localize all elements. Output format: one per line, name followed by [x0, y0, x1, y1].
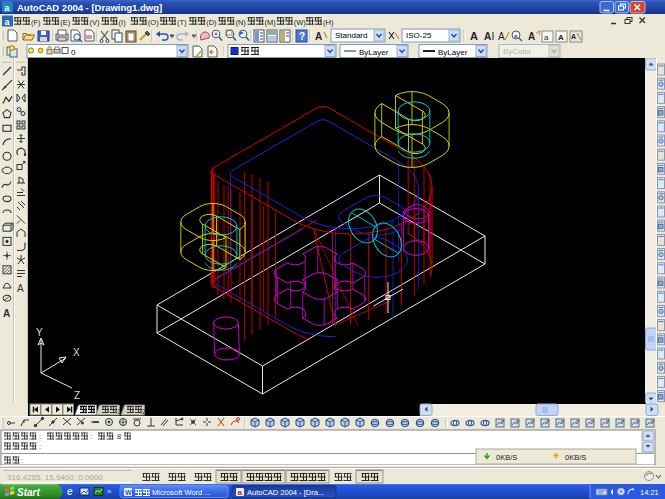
svg-text:0KB/S: 0KB/S: [565, 453, 586, 462]
svg-text:X: X: [73, 347, 80, 358]
svg-text:1: 1: [117, 408, 121, 415]
svg-text:0KB/S: 0KB/S: [496, 453, 517, 462]
svg-text:?: ?: [299, 31, 305, 42]
svg-text:AutoCAD 2004 - [Dra...: AutoCAD 2004 - [Dra...: [247, 488, 324, 497]
svg-text:Microsoft Word ...: Microsoft Word ...: [152, 488, 211, 497]
svg-text:A: A: [17, 283, 24, 294]
svg-text:ISO-25: ISO-25: [406, 31, 432, 40]
svg-text:ByLayer: ByLayer: [438, 48, 468, 57]
svg-text:A: A: [528, 31, 535, 42]
svg-text:(W): (W): [294, 18, 307, 27]
svg-text:Start: Start: [17, 487, 40, 498]
svg-text:0: 0: [71, 48, 76, 57]
svg-text:ByLayer: ByLayer: [359, 48, 389, 57]
svg-text:A: A: [558, 33, 564, 42]
svg-text::: :: [90, 432, 92, 441]
svg-text:(N): (N): [235, 18, 246, 27]
svg-text:316.4255, 15.9400, 0.0000: 316.4255, 15.9400, 0.0000: [7, 473, 103, 482]
svg-text:Y: Y: [36, 327, 43, 338]
svg-text:a: a: [544, 33, 549, 42]
svg-text:A: A: [484, 31, 491, 42]
svg-text:A: A: [498, 31, 505, 42]
svg-text:2: 2: [142, 408, 146, 415]
svg-text:(I): (I): [119, 18, 127, 27]
svg-text:(D): (D): [206, 18, 217, 27]
svg-text:(M): (M): [265, 18, 277, 27]
svg-text:(E): (E): [60, 18, 70, 27]
svg-text:A: A: [470, 30, 478, 42]
svg-text:(V): (V): [89, 18, 100, 27]
svg-text:(O): (O): [148, 18, 159, 27]
svg-text:14:21: 14:21: [640, 488, 659, 497]
svg-text:8: 8: [117, 432, 121, 441]
svg-text:ByColor: ByColor: [503, 47, 532, 56]
svg-text:(T): (T): [177, 18, 187, 27]
svg-text:(F): (F): [31, 18, 41, 27]
svg-text:A: A: [3, 308, 10, 319]
svg-text:e: e: [67, 486, 73, 497]
svg-text:A: A: [315, 31, 322, 42]
svg-text:Z: Z: [74, 390, 80, 401]
svg-text:A: A: [571, 33, 576, 40]
svg-text:AutoCAD 2004 - [Drawing1.dwg]: AutoCAD 2004 - [Drawing1.dwg]: [17, 2, 162, 13]
svg-text:(H): (H): [323, 18, 334, 27]
svg-text::: :: [39, 442, 41, 451]
svg-text:»: »: [107, 487, 112, 496]
svg-text:Standard: Standard: [335, 31, 367, 40]
svg-text:a: a: [238, 488, 243, 497]
svg-text::: :: [21, 456, 23, 465]
svg-text::: :: [39, 432, 41, 441]
svg-text:W: W: [125, 489, 132, 496]
